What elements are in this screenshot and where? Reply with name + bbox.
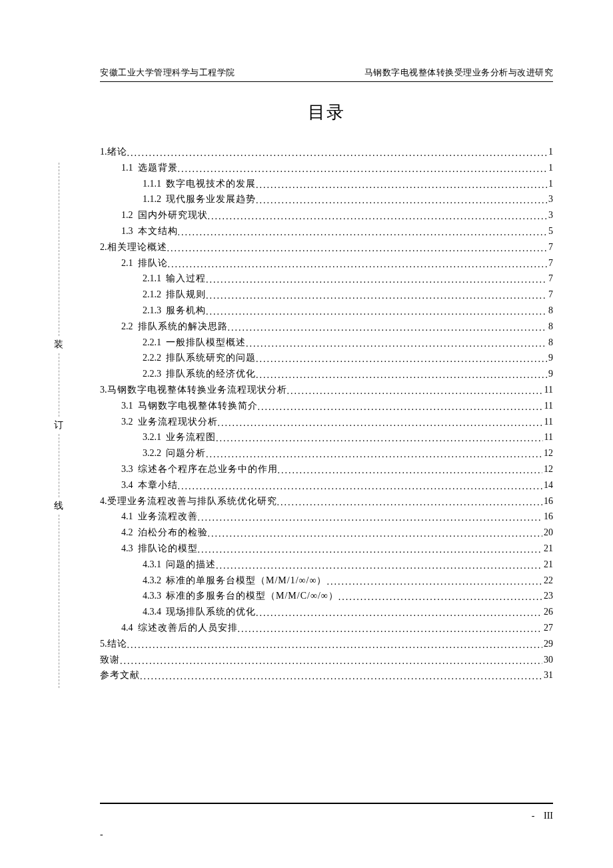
table-of-contents: 1.绪论11.1 选题背景11.1.1 数字电视技术的发展11.1.2 现代服务… (100, 144, 553, 683)
toc-gap (133, 398, 138, 414)
toc-leader-dots (246, 336, 547, 352)
toc-leader-dots (208, 209, 548, 225)
toc-gap (133, 207, 138, 223)
toc-gap (161, 176, 166, 192)
toc-entry: 5.结论29 (100, 636, 553, 652)
toc-leader-dots (167, 241, 548, 257)
page-number: - III (532, 811, 553, 821)
toc-page: 3 (547, 207, 553, 223)
toc-gap (161, 557, 166, 573)
toc-leader-dots (120, 653, 542, 669)
toc-label: 排队系统的经济优化 (166, 366, 256, 382)
toc-leader-dots (338, 589, 542, 605)
toc-page: 21 (542, 557, 553, 573)
toc-leader-dots (228, 320, 548, 336)
toc-page: 11 (543, 398, 553, 414)
toc-number: 1.1.1 (143, 176, 161, 192)
toc-leader-dots (168, 257, 548, 273)
toc-label: 综述各个程序在总业务中的作用 (138, 461, 278, 477)
toc-entry: 3.1 马钢数字电视整体转换简介11 (100, 398, 553, 414)
toc-entry: 4.3.3 标准的多服务台的模型（M/M/C/∞/∞）23 (100, 588, 553, 604)
toc-page: 8 (547, 335, 553, 351)
toc-gap (161, 191, 166, 207)
toc-gap (133, 255, 138, 271)
toc-gap (161, 366, 166, 382)
page-number-dash: - (532, 811, 535, 821)
toc-label: 排队论的模型 (138, 541, 198, 557)
toc-entry: 2.2.1 一般排队模型概述8 (100, 335, 553, 351)
toc-label: 受理业务流程改善与排队系统优化研究 (107, 493, 277, 509)
toc-label: 排队系统的解决思路 (138, 319, 228, 335)
toc-label: 马钢数字电视整体转换业务流程现状分析 (107, 382, 287, 398)
toc-page: 29 (542, 636, 553, 652)
toc-number: 2.1.1 (143, 271, 161, 287)
toc-entry: 2.2.2 排队系统研究的问题9 (100, 350, 553, 366)
toc-entry: 3.3 综述各个程序在总业务中的作用12 (100, 461, 553, 477)
toc-entry: 致谢30 (100, 652, 553, 668)
toc-number: 2.1 (121, 255, 133, 271)
toc-entry: 4.2 泊松分布的检验20 (100, 525, 553, 541)
toc-gap (161, 573, 166, 589)
toc-page: 12 (542, 445, 553, 461)
toc-page: 1 (547, 176, 553, 192)
toc-gap (133, 509, 138, 525)
toc-leader-dots (208, 526, 543, 542)
toc-entry: 4.3.4 现场排队系统的优化26 (100, 604, 553, 620)
toc-leader-dots (277, 495, 543, 511)
toc-page: 11 (543, 414, 553, 430)
toc-page: 31 (542, 667, 553, 683)
toc-number: 2.2.2 (143, 350, 161, 366)
toc-entry: 4.受理业务流程改善与排队系统优化研究16 (100, 493, 553, 509)
toc-page: 12 (542, 461, 553, 477)
toc-entry: 3.马钢数字电视整体转换业务流程现状分析11 (100, 382, 553, 398)
toc-number: 2. (100, 239, 107, 255)
footer-rule (100, 803, 553, 804)
toc-page: 5 (547, 223, 553, 239)
toc-leader-dots (206, 272, 547, 288)
toc-entry: 2.1.1 输入过程7 (100, 271, 553, 287)
toc-page: 27 (542, 620, 553, 636)
toc-leader-dots (198, 542, 543, 558)
toc-label: 问题分析 (166, 445, 206, 461)
toc-page: 16 (542, 493, 553, 509)
toc-number: 4.3 (121, 541, 133, 557)
toc-number: 1. (100, 144, 107, 160)
toc-label: 排队论 (138, 255, 168, 271)
binding-line (59, 515, 59, 688)
toc-label: 致谢 (100, 652, 120, 668)
toc-label: 输入过程 (166, 271, 206, 287)
page-content: 安徽工业大学管理科学与工程学院 马钢数字电视整体转换受理业务分析与改进研究 目录… (100, 67, 553, 683)
toc-page: 16 (542, 509, 553, 525)
page-header: 安徽工业大学管理科学与工程学院 马钢数字电视整体转换受理业务分析与改进研究 (100, 67, 553, 82)
toc-page: 8 (547, 319, 553, 335)
toc-leader-dots (127, 145, 548, 161)
toc-label: 排队系统研究的问题 (166, 350, 256, 366)
toc-leader-dots (206, 288, 547, 304)
toc-page: 1 (547, 144, 553, 160)
toc-number: 3.3 (121, 461, 133, 477)
binding-char-3: 线 (52, 500, 65, 512)
toc-leader-dots (178, 161, 548, 177)
toc-entry: 4.4 综述改善后的人员安排27 (100, 620, 553, 636)
toc-number: 5. (100, 636, 107, 652)
toc-gap (133, 477, 138, 493)
toc-entry: 1.绪论1 (100, 144, 553, 160)
toc-number: 2.2.1 (143, 335, 161, 351)
toc-page: 7 (547, 239, 553, 255)
toc-number: 3.2.1 (143, 429, 161, 445)
toc-entry: 1.3 本文结构5 (100, 223, 553, 239)
toc-gap (161, 287, 166, 303)
toc-gap (133, 319, 138, 335)
toc-number: 1.2 (121, 207, 133, 223)
toc-gap (161, 445, 166, 461)
toc-label: 现代服务业发展趋势 (166, 191, 256, 207)
toc-label: 业务流程改善 (138, 509, 198, 525)
toc-leader-dots (287, 383, 543, 399)
toc-page: 11 (543, 429, 553, 445)
toc-leader-dots (256, 367, 547, 383)
toc-entry: 4.3.2 标准的单服务台模型（M/M/1/∞/∞）22 (100, 573, 553, 589)
toc-page: 14 (542, 477, 553, 493)
toc-entry: 2.1.2 排队规则7 (100, 287, 553, 303)
toc-page: 26 (542, 604, 553, 620)
toc-label: 选题背景 (138, 160, 178, 176)
